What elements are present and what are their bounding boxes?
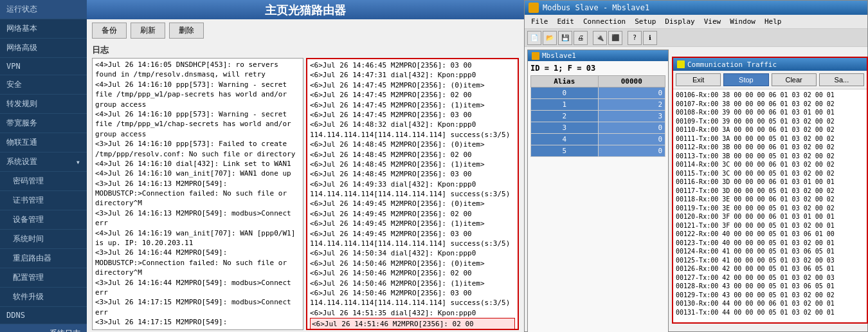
sidebar-item-forward-rules[interactable]: 转发规则 — [0, 95, 87, 114]
arrow-icon: ▶ — [6, 329, 11, 333]
connect-button[interactable]: 🔌 — [593, 31, 607, 45]
log-left-line: <3>Jul 26 14:16:13 M2MPRO[549]: modbus>C… — [95, 208, 300, 228]
save-button[interactable]: 💾 — [558, 31, 572, 45]
comm-log-panel[interactable]: 00106-Rx:00 38 00 00 00 06 01 03 02 00 0… — [673, 89, 867, 315]
log-left-line: <4>Jul 26 14:16:19 wan_init[707]: WAN [p… — [95, 228, 300, 248]
comm-log-line: 00123-Tx:00 40 00 00 00 05 01 03 02 00 0… — [676, 239, 864, 248]
disconnect-button[interactable]: ⬛ — [608, 31, 622, 45]
row-value: 0 — [598, 88, 665, 99]
log-right-line: <6>Jul 26 14:50:46 M2MPRO[2356]: 03 00 — [310, 288, 515, 298]
comm-log-line: 00112-Rx:00 3B 00 00 00 06 01 03 02 00 0… — [676, 143, 864, 152]
modbus-menu-bar: FileEditConnectionSetupDisplayViewWindow… — [525, 15, 867, 29]
log-left-panel[interactable]: <4>Jul 26 14:16:05 DNSDHCP[453]: ro serv… — [92, 58, 303, 330]
comm-log-line: 00114-Rx:00 3C 00 00 00 06 01 03 02 00 0… — [676, 160, 864, 169]
sidebar-item-cert-mgmt[interactable]: 证书管理 — [0, 191, 87, 210]
refresh-button[interactable]: 刷新 — [131, 23, 165, 39]
stop-button[interactable]: Stop — [723, 73, 768, 86]
log-right-line: <6>Jul 26 14:48:45 M2MPRO[2356]: 03 00 — [310, 169, 515, 179]
print-button[interactable]: 🖨 — [574, 31, 588, 45]
menu-item-help[interactable]: Help — [761, 16, 786, 27]
sidebar-item-network-basic[interactable]: 网络基本 — [0, 19, 87, 39]
log-right-line: <6>Jul 26 14:51:35 dial[432]: Kpon:ppp0 — [310, 308, 515, 318]
log-right-line: <6>Jul 26 14:49:45 M2MPRO[2356]: (1)item… — [310, 219, 515, 228]
table-row: 0 0 — [531, 88, 665, 99]
log-right-line: <6>Jul 26 14:50:46 M2MPRO[2356]: 02 00 — [310, 268, 515, 278]
sidebar-item-network-advanced[interactable]: 网络高级 — [0, 39, 87, 58]
comm-log-line: 00121-Tx:00 3F 00 00 00 05 01 03 02 00 0… — [676, 221, 864, 230]
comm-log-line: 00106-Rx:00 38 00 00 00 06 01 03 02 00 0… — [676, 91, 864, 100]
sidebar-item-ddns[interactable]: DDNS — [0, 307, 87, 324]
save-comm-button[interactable]: Sa... — [819, 73, 864, 86]
sidebar-item-config-mgmt[interactable]: 配置管理 — [0, 268, 87, 288]
log-right-line: 114.114.114.114[114.114.114.114] success… — [310, 189, 515, 199]
comm-log-line: 00113-Tx:00 3B 00 00 00 05 01 03 02 00 0… — [676, 152, 864, 161]
delete-button[interactable]: 删除 — [169, 23, 204, 39]
menu-item-view[interactable]: View — [700, 16, 725, 27]
comm-log-line: 00116-Rx:00 3D 00 00 00 06 01 03 01 00 0… — [676, 178, 864, 187]
sidebar-item-sys-time[interactable]: 系统时间 — [0, 230, 87, 249]
log-right-line: <6>Jul 26 14:48:45 M2MPRO[2356]: 02 00 — [310, 150, 515, 160]
sidebar-item-sys-log[interactable]: ▶ 系统日志 — [0, 324, 87, 332]
log-right-line: <6>Jul 26 14:50:34 dial[432]: Kpon:ppp0 — [310, 248, 515, 258]
page-title: 主页光猫路由器 — [87, 0, 524, 19]
log-right-line: 114.114.114.114[114.114.114.114] success… — [310, 130, 515, 140]
exit-button[interactable]: Exit — [676, 73, 721, 86]
info-button[interactable]: ℹ — [643, 31, 657, 45]
comm-log-line: 00117-Tx:00 3D 00 00 00 05 01 03 02 00 0… — [676, 187, 864, 196]
comm-log-line: 00109-Tx:00 39 00 00 00 05 01 03 02 00 0… — [676, 117, 864, 126]
sidebar: 运行状态 网络基本 网络高级 VPN 安全 转发规则 带宽服务 物联互通 系统设… — [0, 0, 87, 332]
comm-log-line: 00110-Rx:00 3A 00 00 00 06 01 03 02 00 0… — [676, 125, 864, 134]
backup-button[interactable]: 备份 — [92, 23, 127, 39]
menu-item-connection[interactable]: Connection — [579, 16, 629, 27]
menu-item-setup[interactable]: Setup — [631, 16, 660, 27]
log-right-line: <6>Jul 26 14:49:45 M2MPRO[2356]: 02 00 — [310, 209, 515, 219]
sidebar-item-device-mgmt[interactable]: 设备管理 — [0, 210, 87, 230]
table-row: 2 3 — [531, 111, 665, 122]
comm-titlebar: Communication Traffic — [673, 58, 867, 71]
log-right-line: <6>Jul 26 14:47:45 M2MPRO[2356]: (0)item… — [310, 80, 515, 90]
help-button[interactable]: ? — [628, 31, 642, 45]
sidebar-item-vpn[interactable]: VPN — [0, 58, 87, 75]
sidebar-item-sys-settings[interactable]: 系统设置 ▾ — [0, 152, 87, 172]
log-right-line: <6>Jul 26 14:49:45 M2MPRO[2356]: 03 00 — [310, 229, 515, 239]
row-value: 3 — [598, 111, 665, 122]
comm-log-line: 00118-Rx:00 3E 00 00 00 06 01 03 02 00 0… — [676, 195, 864, 204]
comm-log-line: 00125-Tx:00 41 00 00 00 05 01 03 02 00 0… — [676, 256, 864, 265]
log-right-line: <6>Jul 26 14:46:45 M2MPRO[2356]: 03 00 — [310, 60, 515, 70]
menu-item-window[interactable]: Window — [726, 16, 759, 27]
open-button[interactable]: 📂 — [543, 31, 557, 45]
sidebar-item-software-upgrade[interactable]: 软件升级 — [0, 288, 87, 307]
log-left-line: <3>Jul 26 14:16:10 ppp[573]: Failed to c… — [95, 139, 300, 159]
new-button[interactable]: 📄 — [527, 31, 541, 45]
table-row: 1 2 — [531, 99, 665, 111]
log-right-line: <6>Jul 26 14:49:45 M2MPRO[2356]: (0)item… — [310, 199, 515, 208]
sidebar-item-bandwidth[interactable]: 带宽服务 — [0, 114, 87, 133]
table-header-value: 00000 — [598, 76, 665, 88]
comm-log-line: 00127-Tx:00 42 00 00 00 05 01 03 02 00 0… — [676, 273, 864, 282]
comm-log-line: 00128-Rx:00 43 00 00 00 05 01 03 06 05 0… — [676, 282, 864, 291]
clear-button[interactable]: Clear — [772, 73, 817, 86]
log-right-panel[interactable]: <6>Jul 26 14:46:45 M2MPRO[2356]: 03 00<6… — [306, 58, 519, 330]
log-left-line: <4>Jul 26 14:16:10 dial[432]: Link set t… — [95, 159, 300, 169]
log-right-line: <6>Jul 26 14:50:46 M2MPRO[2356]: (1)item… — [310, 279, 515, 288]
row-number: 0 — [531, 88, 599, 99]
sidebar-item-iot[interactable]: 物联互通 — [0, 133, 87, 152]
sidebar-item-reboot[interactable]: 重启路由器 — [0, 249, 87, 268]
menu-item-file[interactable]: File — [527, 16, 552, 27]
table-header-alias: Alias — [531, 76, 599, 88]
menu-item-display[interactable]: Display — [661, 16, 698, 27]
log-right-highlighted: <6>Jul 26 14:51:46 M2MPRO[2356]: 02 00<6… — [310, 318, 515, 330]
modbus-titlebar: Modbus Slave - Mbslave1 — [525, 1, 867, 15]
row-value: 2 — [598, 99, 665, 111]
row-number: 4 — [531, 134, 599, 145]
sidebar-item-password-mgmt[interactable]: 密码管理 — [0, 172, 87, 191]
mbslave-window: Mbslave1 ID = 1; F = 03 Alias 00000 0 0 … — [527, 50, 669, 332]
table-row: 4 0 — [531, 134, 665, 145]
log-right-line: <6>Jul 26 14:48:45 M2MPRO[2356]: (1)item… — [310, 160, 515, 169]
log-right-line: <6>Jul 26 14:48:32 dial[432]: Kpon:ppp0 — [310, 120, 515, 129]
table-row: 5 0 — [531, 145, 665, 157]
menu-item-edit[interactable]: Edit — [554, 16, 579, 27]
sidebar-item-security[interactable]: 安全 — [0, 75, 87, 95]
sidebar-item-run-status[interactable]: 运行状态 — [0, 0, 87, 19]
log-right-line: <6>Jul 26 14:47:45 M2MPRO[2356]: 02 00 — [310, 90, 515, 100]
